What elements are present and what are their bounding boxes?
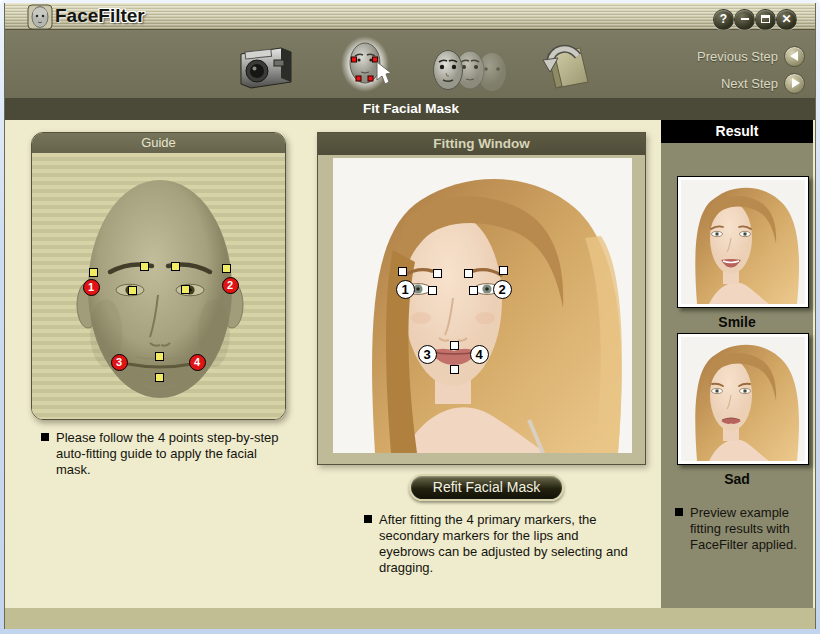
secondary-marker[interactable] xyxy=(499,266,508,275)
smile-preview-image[interactable] xyxy=(677,176,809,308)
primary-marker-2[interactable]: 2 xyxy=(493,280,512,299)
back-folder-icon[interactable] xyxy=(538,42,592,92)
portrait-photo-image xyxy=(333,158,632,453)
next-step-button[interactable]: Next Step xyxy=(721,72,805,94)
app-frame: FaceFilter ? ✕ xyxy=(4,3,816,629)
app-window: FaceFilter ? ✕ xyxy=(0,0,820,634)
bottom-strip xyxy=(5,608,816,629)
maximize-icon xyxy=(761,15,770,23)
help-button[interactable]: ? xyxy=(713,9,734,30)
primary-marker-1[interactable]: 1 xyxy=(396,280,415,299)
smile-label: Smile xyxy=(661,314,813,330)
app-title: FaceFilter xyxy=(55,5,145,27)
next-step-circle xyxy=(784,73,805,94)
square-bullet-icon xyxy=(364,515,372,523)
square-bullet-icon xyxy=(41,433,49,441)
secondary-marker xyxy=(181,285,190,294)
secondary-marker xyxy=(155,352,164,361)
arrow-left-icon xyxy=(790,51,798,61)
secondary-marker[interactable] xyxy=(428,286,437,295)
step-toolbar: Previous Step Next Step xyxy=(5,30,816,98)
fitting-photo[interactable]: 1234 xyxy=(333,158,632,453)
app-title-filter: Filter xyxy=(98,5,144,26)
secondary-marker xyxy=(128,286,137,295)
guide-face-preview: 1234 xyxy=(32,153,285,420)
secondary-marker[interactable] xyxy=(398,267,407,276)
main-content: Guide xyxy=(5,120,816,608)
result-panel-title: Result xyxy=(661,120,813,143)
sad-portrait-image xyxy=(681,337,805,461)
sad-label: Sad xyxy=(661,471,813,487)
smile-portrait-image xyxy=(681,180,805,304)
result-instruction: Preview example fitting results with Fac… xyxy=(675,505,807,553)
fit-mask-face-icon[interactable] xyxy=(341,36,393,94)
secondary-marker xyxy=(171,262,180,271)
fitting-window-title: Fitting Window xyxy=(318,133,645,155)
next-step-label: Next Step xyxy=(721,76,778,91)
title-bar[interactable]: FaceFilter ? ✕ xyxy=(5,3,816,30)
sad-preview-image[interactable] xyxy=(677,333,809,465)
camera-icon[interactable] xyxy=(237,44,295,90)
previous-step-label: Previous Step xyxy=(697,49,778,64)
close-icon: ✕ xyxy=(781,12,791,26)
guide-instruction-text: Please follow the 4 points step-by-step … xyxy=(56,430,289,478)
primary-marker-4[interactable]: 4 xyxy=(470,345,489,364)
result-instruction-text: Preview example fitting results with Fac… xyxy=(690,505,807,553)
maximize-button[interactable] xyxy=(755,9,776,30)
primary-marker-3[interactable]: 3 xyxy=(418,345,437,364)
primary-marker-2: 2 xyxy=(222,277,239,294)
fitting-instruction-text: After fitting the 4 primary markers, the… xyxy=(379,512,636,576)
secondary-marker[interactable] xyxy=(450,365,459,374)
square-bullet-icon xyxy=(675,508,683,516)
result-panel: Result xyxy=(661,120,813,608)
secondary-marker[interactable] xyxy=(469,286,478,295)
minimize-icon xyxy=(741,18,749,20)
fitting-window-panel: Fitting Window xyxy=(317,132,646,465)
minimize-button[interactable] xyxy=(734,9,755,30)
secondary-marker[interactable] xyxy=(464,269,473,278)
facefilter-logo-icon xyxy=(27,4,53,30)
secondary-marker[interactable] xyxy=(450,341,459,350)
guide-panel: Guide xyxy=(31,132,286,420)
step-title: Fit Facial Mask xyxy=(5,98,816,120)
app-title-face: Face xyxy=(55,5,98,26)
fitting-instruction: After fitting the 4 primary markers, the… xyxy=(364,512,636,576)
close-button[interactable]: ✕ xyxy=(776,9,797,30)
refit-facial-mask-button[interactable]: Refit Facial Mask xyxy=(409,474,564,501)
previous-step-button[interactable]: Previous Step xyxy=(697,45,805,67)
arrow-right-icon xyxy=(792,78,800,88)
expression-faces-icon[interactable] xyxy=(429,44,513,94)
secondary-marker xyxy=(155,373,164,382)
primary-marker-1: 1 xyxy=(83,279,100,296)
guide-panel-title: Guide xyxy=(32,133,285,153)
help-icon: ? xyxy=(720,12,727,26)
secondary-marker xyxy=(222,264,231,273)
secondary-marker xyxy=(140,262,149,271)
guide-instruction: Please follow the 4 points step-by-step … xyxy=(41,430,289,478)
secondary-marker[interactable] xyxy=(433,269,442,278)
previous-step-circle xyxy=(784,46,805,67)
secondary-marker xyxy=(89,268,98,277)
primary-marker-3: 3 xyxy=(111,354,128,371)
primary-marker-4: 4 xyxy=(189,354,206,371)
